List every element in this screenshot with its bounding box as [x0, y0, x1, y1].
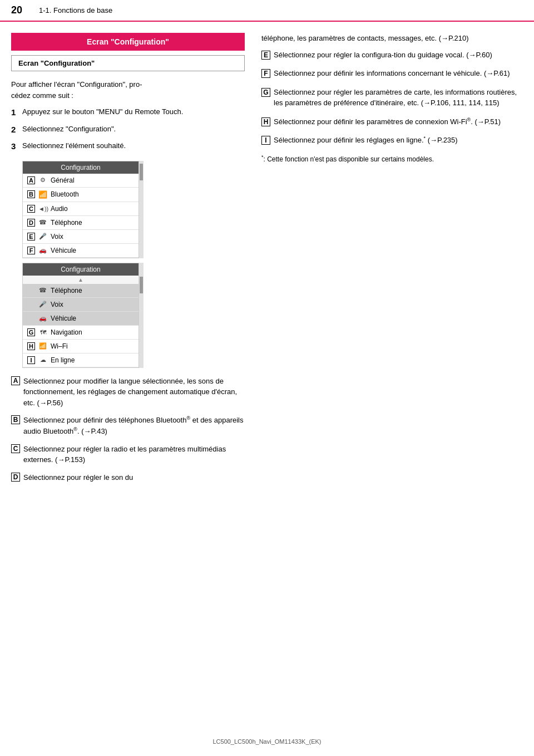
right-column: téléphone, les paramètres de contacts, m… [261, 33, 523, 489]
menu-text-voix: Voix [51, 233, 63, 240]
menu-label-e: E [27, 233, 35, 240]
menu-item-navigation: G 🗺 Navigation [23, 326, 139, 340]
step-3: 3 Sélectionnez l'élément souhaité. [11, 140, 245, 153]
menu-text-audio: Audio [51, 205, 68, 213]
right-label-h: H [261, 117, 270, 126]
en-ligne-icon: ☁ [38, 356, 47, 364]
scrollbar-thumb-1 [140, 164, 143, 180]
config-title-1: Configuration [23, 161, 139, 174]
voix-icon-2: 🎤 [38, 301, 47, 308]
menu-label-f: F [27, 247, 35, 254]
annotation-text-d: Sélectionnez pour régler le son du [23, 472, 133, 483]
menu-text-en-ligne: En ligne [51, 356, 75, 364]
annotation-text-b: Sélectionnez pour définir des téléphones… [23, 415, 245, 437]
menu-text-bluetooth: Bluetooth [51, 190, 79, 198]
menu-item-audio: C ◄)) Audio [23, 202, 139, 216]
right-text-f: Sélectionnez pour définir les informatio… [274, 68, 510, 79]
step-num-3: 3 [11, 140, 22, 153]
menu-text-voix-2: Voix [51, 301, 63, 308]
step-num-2: 2 [11, 124, 22, 136]
step-1: 1 Appuyez sur le bouton "MENU" du Remote… [11, 106, 245, 119]
bluetooth-icon: 📶 [38, 190, 47, 199]
config-screenshot-1: Configuration A ⚙ Général B 📶 Bluetooth [22, 161, 245, 258]
scrollbar-2 [139, 263, 144, 368]
general-icon: ⚙ [38, 176, 47, 184]
menu-item-general: A ⚙ Général [23, 174, 139, 188]
main-content: Ecran "Configuration" Ecran "Configurati… [0, 22, 534, 500]
right-item-f: F Sélectionnez pour définir les informat… [261, 68, 523, 79]
menu-text-wifi: Wi–Fi [51, 342, 68, 350]
menu-item-voix-2: 🎤 Voix [23, 298, 139, 312]
config-menu-2-wrapper: Configuration ▲ ☎ Téléphone 🎤 Voix [22, 263, 245, 368]
config-menu-2: Configuration ▲ ☎ Téléphone 🎤 Voix [22, 263, 139, 368]
annotation-text-c: Sélectionnez pour régler la radio et les… [23, 444, 245, 465]
right-text-g: Sélectionnez pour régler les paramètres … [274, 87, 523, 109]
menu-item-wifi: H 📶 Wi–Fi [23, 340, 139, 354]
menu-text-navigation: Navigation [51, 328, 82, 336]
annotation-label-c: C [11, 444, 20, 453]
step-text-1: Appuyez sur le bouton "MENU" du Remote T… [22, 106, 183, 119]
step-text-3: Sélectionnez l'élément souhaité. [22, 140, 126, 153]
menu-text-general: Général [51, 176, 75, 184]
telephone-icon: ☎ [38, 219, 47, 226]
config-menu-1: Configuration A ⚙ Général B 📶 Bluetooth [22, 161, 139, 258]
step-list: 1 Appuyez sur le bouton "MENU" du Remote… [11, 106, 245, 153]
step-num-1: 1 [11, 106, 22, 119]
menu-item-telephone-2: ☎ Téléphone [23, 284, 139, 298]
menu-label-h: H [27, 342, 35, 350]
intro-text: Pour afficher l'écran "Configuration", p… [11, 79, 245, 101]
scrollbar-1 [139, 161, 144, 258]
menu-label-a: A [27, 176, 35, 184]
wifi-icon: 📶 [38, 342, 47, 350]
pink-header-title: Ecran "Configuration" [87, 37, 169, 46]
vehicule-icon-2: 🚗 [38, 315, 47, 322]
right-item-e: E Sélectionnez pour régler la configura-… [261, 50, 523, 61]
page-number: 20 [11, 4, 33, 16]
right-label-f: F [261, 69, 270, 78]
annotation-b: B Sélectionnez pour définir des téléphon… [11, 415, 245, 437]
right-text-i: Sélectionnez pour définir les réglages e… [274, 135, 458, 146]
annotation-d: D Sélectionnez pour régler le son du [11, 472, 245, 483]
menu-item-vehicule-2: 🚗 Véhicule [23, 312, 139, 326]
header-title: 1-1. Fonctions de base [39, 6, 112, 14]
page-container: 20 1-1. Fonctions de base Ecran "Configu… [0, 0, 534, 756]
menu-label-i: I [27, 356, 35, 364]
config-title-2: Configuration [23, 263, 139, 276]
step-text-2: Sélectionnez "Configuration". [22, 124, 116, 136]
left-column: Ecran "Configuration" Ecran "Configurati… [11, 33, 245, 489]
menu-item-en-ligne: I ☁ En ligne [23, 354, 139, 367]
gray-header-box: Ecran "Configuration" [11, 55, 245, 71]
header-bar: 20 1-1. Fonctions de base [0, 0, 534, 22]
footer: LC500_LC500h_Navi_OM11433K_(EK) [0, 738, 534, 745]
menu-item-bluetooth: B 📶 Bluetooth [23, 188, 139, 202]
step-2: 2 Sélectionnez "Configuration". [11, 124, 245, 136]
config-menu-1-wrapper: Configuration A ⚙ Général B 📶 Bluetooth [22, 161, 245, 258]
menu-label-c: C [27, 205, 35, 213]
scrollbar-thumb-2 [140, 277, 143, 293]
navigation-icon: 🗺 [38, 329, 47, 336]
audio-icon: ◄)) [38, 205, 47, 212]
vehicule-icon: 🚗 [38, 247, 47, 254]
annotation-label-b: B [11, 415, 20, 424]
menu-label-d: D [27, 219, 35, 227]
menu-text-vehicule-2: Véhicule [51, 315, 76, 322]
right-text-e: Sélectionnez pour régler la configura-ti… [274, 50, 492, 61]
voix-icon: 🎤 [38, 233, 47, 240]
right-text-h: Sélectionnez pour définir les paramètres… [274, 116, 501, 127]
footnote: *: Cette fonction n'est pas disponible s… [261, 154, 523, 164]
footer-text: LC500_LC500h_Navi_OM11433K_(EK) [212, 738, 321, 745]
scroll-up-indicator: ▲ [23, 276, 139, 284]
menu-item-vehicule: F 🚗 Véhicule [23, 244, 139, 258]
right-item-i: I Sélectionnez pour définir les réglages… [261, 135, 523, 146]
right-intro-text: téléphone, les paramètres de contacts, m… [261, 33, 523, 44]
menu-label-b: B [27, 190, 35, 198]
annotation-c: C Sélectionnez pour régler la radio et l… [11, 444, 245, 465]
annotation-text-a: Sélectionnez pour modifier la langue sél… [23, 376, 245, 409]
right-item-h: H Sélectionnez pour définir les paramètr… [261, 116, 523, 127]
menu-text-telephone: Téléphone [51, 219, 82, 227]
config-screenshot-2: Configuration ▲ ☎ Téléphone 🎤 Voix [22, 263, 245, 368]
annotation-label-a: A [11, 376, 20, 385]
gray-header-title: Ecran "Configuration" [18, 59, 95, 67]
menu-text-telephone-2: Téléphone [51, 287, 82, 294]
right-item-g: G Sélectionnez pour régler les paramètre… [261, 87, 523, 109]
